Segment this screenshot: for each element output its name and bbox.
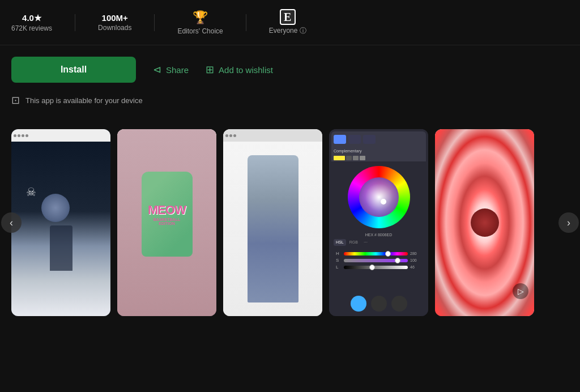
trophy-icon: 🏆	[193, 10, 208, 25]
device-notice-text: This app is available for your device	[25, 96, 143, 105]
stat-separator-3	[246, 14, 246, 31]
meow-text: MEOW	[148, 203, 186, 218]
sat-slider-thumb	[395, 258, 400, 263]
everyone-stat: E Everyone ⓘ	[269, 9, 306, 36]
stat-separator-1	[75, 14, 75, 31]
cp-tab-active	[334, 135, 346, 144]
info-icon[interactable]: ⓘ	[300, 27, 306, 35]
screenshot-3[interactable]	[223, 129, 322, 316]
toolbar-1	[11, 129, 110, 142]
cp-tab-inactive	[348, 135, 361, 144]
downloads-stat: 100M+ Downloads	[98, 13, 131, 32]
everyone-icon: E	[280, 9, 296, 25]
flower-center	[471, 208, 499, 237]
prev-screenshot-button[interactable]: ‹	[1, 212, 22, 233]
orb-element	[41, 194, 70, 222]
rating-stat: 4.0★ 672K reviews	[11, 13, 52, 32]
wishlist-button[interactable]: ⊞ Add to wishlist	[206, 63, 273, 76]
cp-secondary-button[interactable]	[371, 296, 387, 312]
chevron-right-icon: ›	[567, 217, 570, 229]
stat-separator-2	[154, 14, 155, 31]
rating-label: 672K reviews	[11, 24, 52, 32]
cp-hex-label: HEX # 8006ED	[331, 233, 426, 238]
chevron-left-icon: ‹	[10, 217, 13, 229]
share-button[interactable]: ⊲ Share	[153, 63, 189, 76]
cp-tertiary-button[interactable]	[391, 296, 407, 312]
figure-element	[50, 225, 72, 271]
screenshots-section: ‹ ☠	[0, 118, 580, 327]
editors-choice-stat: 🏆 Editors' Choice	[177, 10, 223, 35]
screenshots-container: ☠ MEOW BASKETBALLEDITION	[0, 129, 580, 316]
screenshot-4[interactable]: Complementary HEX # 8006ED HSL RGB ⋯	[329, 129, 428, 316]
skull-element: ☠	[26, 185, 36, 199]
dark-canvas: ☠	[11, 142, 110, 316]
toolbar-3	[223, 129, 322, 142]
cp-color-swatches	[331, 155, 426, 161]
stats-bar: 4.0★ 672K reviews 100M+ Downloads 🏆 Edit…	[0, 0, 580, 45]
downloads-value: 100M+	[102, 13, 128, 23]
next-screenshot-button[interactable]: ›	[558, 212, 579, 233]
meow-sub-text: BASKETBALLEDITION	[153, 218, 180, 225]
fashion-bg	[223, 142, 322, 316]
actions-bar: Install ⊲ Share ⊞ Add to wishlist	[0, 45, 580, 94]
fashion-figure	[248, 155, 298, 302]
bookmark-icon: ⊞	[206, 63, 214, 76]
cp-complementary-label: Complementary	[331, 147, 426, 155]
color-picker-ui: Complementary HEX # 8006ED HSL RGB ⋯	[329, 129, 428, 316]
device-icon: ⊡	[11, 94, 20, 106]
cp-color-wheel	[348, 166, 410, 228]
install-button[interactable]: Install	[11, 57, 136, 83]
rating-value: 4.0★	[22, 13, 41, 23]
screenshot-5[interactable]: ▷	[435, 129, 534, 316]
screenshot-2[interactable]: MEOW BASKETBALLEDITION	[117, 129, 216, 316]
meow-can: MEOW BASKETBALLEDITION	[142, 172, 193, 257]
downloads-label: Downloads	[98, 24, 131, 32]
editors-choice-label: Editors' Choice	[177, 27, 223, 35]
cp-bottom-buttons	[351, 296, 407, 312]
light-slider-thumb	[369, 265, 375, 270]
cp-sliders: H 280 S 100 L	[331, 247, 426, 274]
cp-header	[331, 131, 426, 147]
everyone-label: Everyone ⓘ	[269, 26, 306, 36]
flower-nav-icon: ▷	[513, 283, 528, 299]
share-icon: ⊲	[153, 63, 161, 76]
cp-primary-button[interactable]	[351, 296, 366, 312]
cp-tab-star	[363, 135, 376, 144]
cp-wheel-inner	[359, 177, 399, 217]
hue-slider-thumb	[385, 251, 391, 257]
device-notice: ⊡ This app is available for your device	[0, 94, 580, 118]
cp-mode-tabs: HSL RGB ⋯	[331, 238, 426, 247]
screenshot-1[interactable]: ☠	[11, 129, 110, 316]
cp-wheel-selector	[381, 199, 386, 204]
